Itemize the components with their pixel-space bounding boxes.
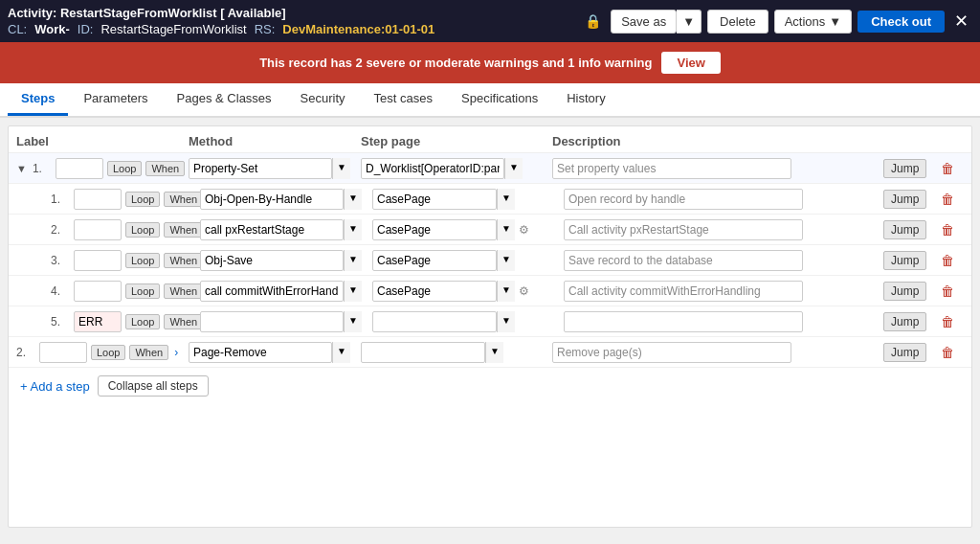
label-input[interactable]	[74, 281, 122, 302]
label-input[interactable]	[74, 311, 122, 332]
method-input[interactable]	[200, 311, 344, 332]
jump-button[interactable]: Jump	[883, 220, 926, 239]
when-button[interactable]: When	[129, 345, 168, 360]
method-input[interactable]	[200, 219, 344, 240]
delete-row-button[interactable]: 🗑	[941, 222, 954, 238]
step-page-arrow[interactable]: ▼	[497, 281, 515, 302]
gear-icon[interactable]: ⚙	[519, 284, 529, 298]
method-select-arrow[interactable]: ▼	[332, 342, 350, 363]
method-select-arrow[interactable]: ▼	[344, 189, 362, 210]
title-bar-meta: CL: Work- ID: RestartStageFromWorklist R…	[8, 22, 434, 36]
step-label-cell: 4. Loop When ›	[28, 281, 200, 302]
save-as-button[interactable]: Save as	[611, 10, 677, 34]
jump-button[interactable]: Jump	[883, 159, 926, 178]
desc-input[interactable]	[564, 189, 803, 210]
close-button[interactable]: ✕	[950, 11, 972, 32]
method-select-arrow[interactable]: ▼	[344, 311, 362, 332]
lock-icon: 🔒	[585, 13, 601, 29]
step-page-input[interactable]	[372, 219, 497, 240]
when-button[interactable]: When	[164, 283, 203, 299]
desc-cell	[552, 342, 883, 363]
tab-parameters[interactable]: Parameters	[70, 83, 161, 116]
desc-input[interactable]	[552, 158, 791, 179]
delete-row-button[interactable]: 🗑	[941, 283, 954, 299]
table-row: 5. Loop When › ▼ ▼ Jump 🗑	[9, 306, 971, 337]
desc-input[interactable]	[564, 250, 803, 271]
method-select-arrow[interactable]: ▼	[332, 158, 350, 179]
gear-icon[interactable]: ⚙	[519, 223, 529, 237]
desc-cell	[564, 189, 883, 210]
when-button[interactable]: When	[164, 253, 203, 268]
method-input[interactable]	[189, 342, 332, 363]
method-input[interactable]	[200, 281, 344, 302]
delete-button[interactable]: Delete	[707, 10, 768, 34]
loop-button[interactable]: Loop	[91, 345, 125, 360]
loop-button[interactable]: Loop	[125, 283, 160, 299]
step-page-input[interactable]	[372, 250, 497, 271]
jump-button[interactable]: Jump	[883, 282, 926, 301]
loop-button[interactable]: Loop	[107, 161, 142, 176]
tabs-bar: Steps Parameters Pages & Classes Securit…	[0, 83, 980, 118]
when-button[interactable]: When	[164, 192, 203, 207]
desc-input[interactable]	[552, 342, 791, 363]
step-page-arrow[interactable]: ▼	[497, 189, 515, 210]
step-page-input[interactable]	[372, 189, 497, 210]
label-input[interactable]	[74, 250, 122, 271]
checkout-button[interactable]: Check out	[858, 11, 945, 33]
step-page-arrow[interactable]: ▼	[497, 311, 515, 332]
step-page-arrow[interactable]: ▼	[504, 158, 523, 179]
tab-pages-classes[interactable]: Pages & Classes	[164, 83, 285, 116]
loop-button[interactable]: Loop	[125, 222, 160, 238]
when-button[interactable]: When	[145, 161, 185, 176]
step-page-arrow[interactable]: ▼	[497, 250, 515, 271]
loop-button[interactable]: Loop	[125, 253, 160, 268]
delete-row-button[interactable]: 🗑	[941, 345, 954, 360]
step-page-input[interactable]	[372, 311, 497, 332]
collapse-triangle[interactable]: ▼	[16, 163, 27, 174]
desc-input[interactable]	[564, 219, 803, 240]
label-input[interactable]	[39, 342, 87, 363]
jump-button[interactable]: Jump	[883, 343, 926, 362]
tab-test-cases[interactable]: Test cases	[361, 83, 446, 116]
when-button[interactable]: When	[164, 314, 203, 329]
method-header: Method	[189, 134, 361, 148]
collapse-all-button[interactable]: Collapse all steps	[98, 375, 209, 397]
step-page-arrow[interactable]: ▼	[497, 219, 515, 240]
method-input[interactable]	[200, 189, 344, 210]
step-page-input[interactable]	[372, 281, 497, 302]
jump-button[interactable]: Jump	[883, 251, 926, 270]
step-page-input[interactable]	[361, 158, 504, 179]
loop-button[interactable]: Loop	[125, 192, 160, 207]
actions-button[interactable]: Actions ▼	[774, 10, 853, 34]
step-page-arrow[interactable]: ▼	[485, 342, 503, 363]
view-warning-button[interactable]: View	[661, 52, 720, 74]
add-step-button[interactable]: + Add a step	[20, 379, 90, 394]
method-select-arrow[interactable]: ▼	[344, 281, 362, 302]
tab-history[interactable]: History	[553, 83, 618, 116]
delete-row-button[interactable]: 🗑	[941, 161, 954, 176]
save-as-dropdown-button[interactable]: ▼	[677, 10, 702, 34]
step-page-input[interactable]	[361, 342, 485, 363]
when-button[interactable]: When	[164, 222, 203, 238]
tab-steps[interactable]: Steps	[8, 83, 68, 116]
jump-button[interactable]: Jump	[883, 190, 926, 209]
method-input[interactable]	[189, 158, 332, 179]
desc-input[interactable]	[564, 281, 803, 302]
delete-row-button[interactable]: 🗑	[941, 253, 954, 268]
warning-banner: This record has 2 severe or moderate war…	[0, 42, 980, 83]
label-input[interactable]	[74, 219, 122, 240]
label-input[interactable]	[74, 189, 122, 210]
desc-input[interactable]	[564, 311, 803, 332]
delete-row-button[interactable]: 🗑	[941, 314, 954, 329]
jump-button[interactable]: Jump	[883, 312, 926, 331]
expand-arrow[interactable]: ›	[172, 346, 180, 359]
tab-specifications[interactable]: Specifications	[448, 83, 551, 116]
method-select-arrow[interactable]: ▼	[344, 250, 362, 271]
tab-security[interactable]: Security	[287, 83, 359, 116]
delete-row-button[interactable]: 🗑	[941, 192, 954, 207]
label-input[interactable]	[56, 158, 103, 179]
method-select-arrow[interactable]: ▼	[344, 219, 362, 240]
method-input[interactable]	[200, 250, 344, 271]
table-row: 3. Loop When › ▼ ▼ Jump 🗑	[9, 245, 971, 276]
loop-button[interactable]: Loop	[125, 314, 160, 329]
